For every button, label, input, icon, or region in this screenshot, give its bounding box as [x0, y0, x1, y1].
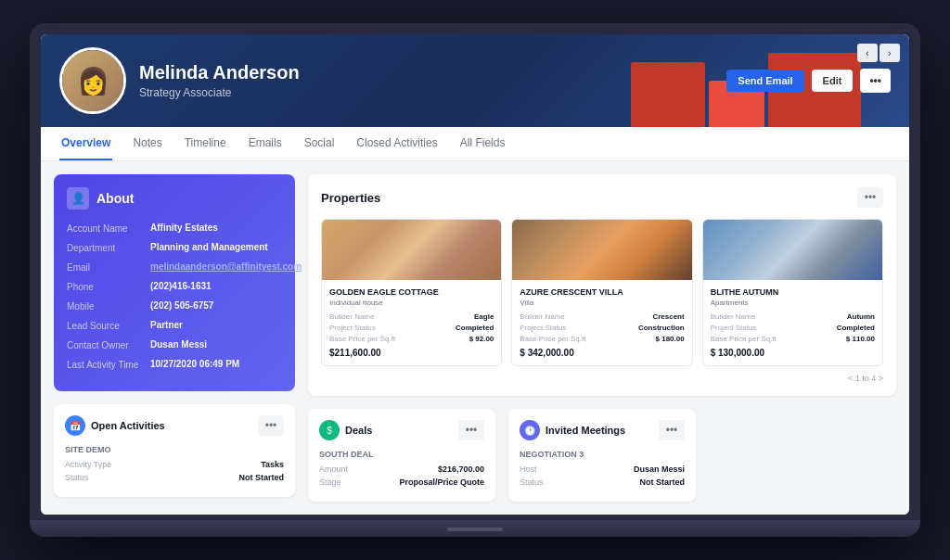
- deals-stage-value: Proposal/Price Quote: [399, 477, 484, 487]
- builder-label-2: Builder Name: [520, 312, 564, 321]
- edit-button[interactable]: Edit: [812, 70, 854, 92]
- sqft-label-1: Base Price per Sq.ft: [329, 335, 395, 343]
- about-value-mobile: (202) 505-6757: [150, 300, 282, 311]
- property-sqft-3: Base Price per Sq.ft $ 110.00: [711, 335, 875, 343]
- property-status-1: Project Status Completed: [329, 324, 494, 332]
- nav-right-button[interactable]: ›: [879, 44, 900, 62]
- meetings-status-field: Status Not Started: [520, 477, 685, 487]
- activity-type-field: Activity Type Tasks: [65, 460, 284, 469]
- deals-item-name: SOUTH DEAL: [319, 450, 484, 459]
- status-label-1: Project Status: [329, 324, 376, 332]
- tab-overview[interactable]: Overview: [59, 127, 112, 160]
- property-builder-2: Builder Name Crescent: [520, 312, 684, 321]
- profile-title: Strategy Associate: [139, 86, 300, 99]
- meetings-title-row: 🕐 Invited Meetings: [520, 420, 625, 440]
- meetings-status-value: Not Started: [639, 477, 685, 487]
- profile-name: Melinda Anderson: [139, 62, 300, 83]
- profile-banner: ‹ › 👩 Melinda Anderson Strategy Associat…: [41, 34, 909, 127]
- builder-label-1: Builder Name: [329, 312, 374, 321]
- right-column: Properties ••• GOLDEN EAGLE COTTAGE Indi…: [308, 174, 896, 502]
- sqft-label-2: Base Price per Sq.ft: [520, 335, 585, 343]
- property-info-2: AZURE CRESCENT VILLA Villa Builder Name …: [512, 280, 691, 365]
- about-label-department: Department: [67, 242, 150, 253]
- property-image-1: [322, 220, 501, 280]
- deals-menu-button[interactable]: •••: [458, 420, 484, 440]
- meetings-title: Invited Meetings: [546, 425, 625, 436]
- tab-all-fields[interactable]: All Fields: [458, 127, 507, 160]
- about-value-account: Affinity Estates: [150, 223, 282, 233]
- dollar-icon: $: [319, 420, 340, 440]
- laptop-base: [30, 520, 920, 537]
- more-actions-button[interactable]: •••: [860, 69, 891, 93]
- builder-value-3: Autumn: [847, 312, 875, 321]
- property-card-1[interactable]: GOLDEN EAGLE COTTAGE Individual house Bu…: [321, 219, 502, 366]
- property-price-3: $ 130,000.00: [711, 348, 875, 358]
- meetings-status-label: Status: [520, 477, 544, 487]
- about-label-lead-source: Lead Source: [67, 320, 150, 331]
- laptop-frame: ‹ › 👩 Melinda Anderson Strategy Associat…: [30, 23, 920, 537]
- about-label-contact-owner: Contact Owner: [67, 339, 150, 350]
- avatar-image: 👩: [62, 50, 123, 111]
- nav-arrows: ‹ ›: [857, 44, 900, 62]
- about-field-last-activity: Last Activity Time 10/27/2020 06:49 PM: [67, 359, 282, 370]
- meetings-menu-button[interactable]: •••: [659, 420, 685, 440]
- open-activities-item-name: SITE DEMO: [65, 445, 284, 454]
- property-name-1: GOLDEN EAGLE COTTAGE: [329, 287, 494, 297]
- about-label-phone: Phone: [67, 281, 150, 292]
- status-label-3: Project Status: [711, 324, 757, 332]
- sqft-label-3: Base Price per Sq.ft: [711, 335, 777, 343]
- property-image-2: [512, 220, 691, 280]
- building-shape-1: [631, 62, 705, 127]
- properties-card: Properties ••• GOLDEN EAGLE COTTAGE Indi…: [308, 174, 896, 396]
- property-price-2: $ 342,000.00: [520, 348, 684, 358]
- tab-closed-activities[interactable]: Closed Activities: [354, 127, 439, 160]
- tab-emails[interactable]: Emails: [247, 127, 284, 160]
- properties-menu-button[interactable]: •••: [857, 187, 883, 208]
- sqft-value-1: $ 92.00: [469, 335, 494, 343]
- tab-notes[interactable]: Notes: [131, 127, 163, 160]
- property-type-3: Apartments: [711, 299, 875, 307]
- meetings-item-name: NEGOTIATION 3: [520, 450, 685, 459]
- calendar-icon: 📅: [65, 415, 85, 436]
- about-card-title: About: [96, 191, 134, 206]
- property-sqft-2: Base Price per Sq.ft $ 180.00: [520, 335, 684, 343]
- nav-left-button[interactable]: ‹: [857, 44, 878, 62]
- open-activities-card: 📅 Open Activities ••• SITE DEMO Activity…: [54, 404, 295, 497]
- about-icon: 👤: [67, 187, 89, 210]
- builder-value-2: Crescent: [652, 312, 684, 321]
- meetings-header: 🕐 Invited Meetings •••: [520, 420, 685, 440]
- sqft-value-3: $ 110.00: [846, 335, 875, 343]
- deals-stage-field: Stage Proposal/Price Quote: [319, 477, 484, 487]
- profile-nav: Overview Notes Timeline Emails Social Cl…: [41, 127, 909, 161]
- activity-type-label: Activity Type: [65, 460, 111, 469]
- about-value-lead-source: Partner: [150, 320, 282, 330]
- clock-icon: 🕐: [520, 420, 540, 440]
- property-name-3: BLITHE AUTUMN: [711, 287, 875, 297]
- left-column: 👤 About Account Name Affinity Estates De…: [54, 174, 295, 502]
- property-type-1: Individual house: [329, 299, 494, 307]
- send-email-button[interactable]: Send Email: [726, 70, 803, 92]
- tab-social[interactable]: Social: [302, 127, 337, 160]
- tab-timeline[interactable]: Timeline: [183, 127, 228, 160]
- property-status-3: Project Status Completed: [711, 324, 875, 332]
- about-card: 👤 About Account Name Affinity Estates De…: [54, 174, 295, 391]
- about-value-email[interactable]: melindaanderson@affinityest.com: [150, 261, 302, 272]
- property-card-3[interactable]: BLITHE AUTUMN Apartments Builder Name Au…: [702, 219, 883, 366]
- open-activities-menu-button[interactable]: •••: [258, 415, 284, 436]
- activity-type-value: Tasks: [261, 460, 284, 469]
- main-content: 👤 About Account Name Affinity Estates De…: [41, 161, 909, 515]
- laptop-screen: ‹ › 👩 Melinda Anderson Strategy Associat…: [41, 34, 909, 515]
- about-value-department: Planning and Management: [150, 242, 282, 252]
- about-value-contact-owner: Dusan Messi: [150, 339, 282, 350]
- property-card-2[interactable]: AZURE CRESCENT VILLA Villa Builder Name …: [511, 219, 692, 366]
- profile-info: Melinda Anderson Strategy Associate: [139, 62, 300, 99]
- about-label-last-activity: Last Activity Time: [67, 359, 150, 370]
- about-label-mobile: Mobile: [67, 300, 150, 312]
- status-label-2: Project Status: [520, 324, 566, 332]
- property-price-1: $211,600.00: [329, 348, 494, 358]
- status-value-3: Completed: [837, 324, 875, 332]
- about-field-phone: Phone (202)416-1631: [67, 281, 282, 292]
- profile-actions: Send Email Edit •••: [726, 69, 891, 93]
- property-type-2: Villa: [520, 299, 684, 307]
- about-field-contact-owner: Contact Owner Dusan Messi: [67, 339, 282, 350]
